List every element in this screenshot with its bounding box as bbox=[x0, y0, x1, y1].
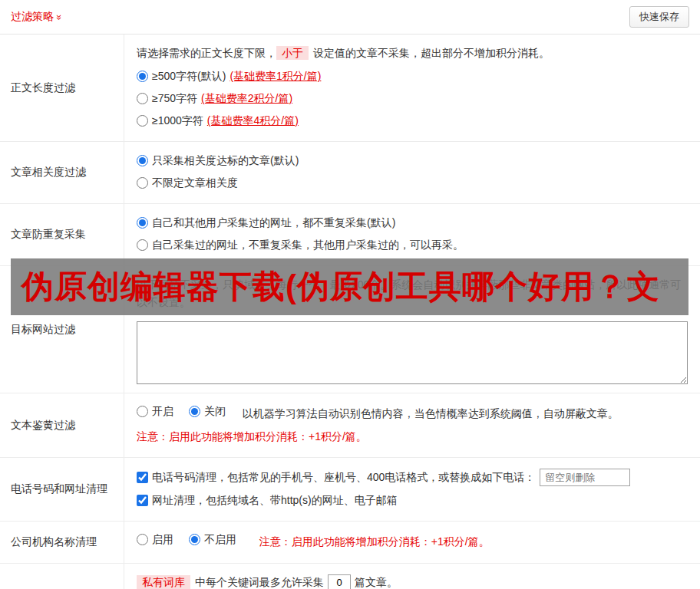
radio-dedupe-self[interactable] bbox=[137, 239, 148, 251]
radio-company-on[interactable] bbox=[137, 534, 148, 545]
radio-porn-on[interactable] bbox=[137, 406, 148, 417]
company-options-line: 启用 不启用 注意：启用此功能将增加积分消耗：+1积分/篇。 bbox=[137, 531, 688, 551]
body-length-option-1000[interactable]: ≥1000字符 (基础费率4积分/篇) bbox=[137, 113, 688, 129]
row-dedupe-collection: 文章防重复采集 自己和其他用户采集过的网址，都不重复采集(默认) 自己采集过的网… bbox=[0, 204, 700, 266]
keyword-limit-post: 篇文章。 bbox=[355, 576, 398, 588]
blocked-sites-textarea[interactable] bbox=[137, 321, 688, 384]
dedupe-label: 文章防重复采集 bbox=[0, 204, 124, 265]
body-length-option-500[interactable]: ≥500字符(默认) (基础费率1积分/篇) bbox=[137, 68, 688, 84]
body-length-intro: 请选择需求的正文长度下限，小于设定值的文章不采集，超出部分不增加积分消耗。 bbox=[137, 44, 688, 62]
company-label: 公司机构名称清理 bbox=[0, 522, 124, 562]
phone-url-content: 电话号码清理，包括常见的手机号、座机号、400电话格式，或替换成如下电话： 网址… bbox=[124, 458, 700, 521]
porn-filter-label: 文本鉴黄过滤 bbox=[0, 393, 124, 457]
option-fee: (基础费率2积分/篇) bbox=[201, 90, 292, 107]
chevron-down-icon: » bbox=[54, 14, 64, 19]
keyword-label: 关键词防重复采集 bbox=[0, 564, 124, 589]
option-fee: (基础费率1积分/篇) bbox=[229, 68, 321, 84]
url-cleanup-option[interactable]: 网址清理，包括纯域名、带http(s)的网址、电子邮箱 bbox=[137, 492, 688, 508]
checkbox-phone-cleanup[interactable] bbox=[137, 472, 148, 483]
body-length-option-750[interactable]: ≥750字符 (基础费率2积分/篇) bbox=[137, 90, 688, 107]
relevance-content: 只采集相关度达标的文章(默认) 不限定文章相关度 bbox=[124, 142, 700, 203]
option-label: 开启 bbox=[152, 403, 173, 420]
radio-dedupe-global[interactable] bbox=[137, 217, 148, 229]
less-than-highlight: 小于 bbox=[276, 46, 309, 60]
option-label: 自己采集过的网址，不重复采集，其他用户采集过的，可以再采。 bbox=[152, 237, 464, 253]
phone-cleanup-option[interactable]: 电话号码清理，包括常见的手机号、座机号、400电话格式，或替换成如下电话： bbox=[137, 469, 688, 486]
option-label: 不启用 bbox=[204, 531, 236, 548]
porn-option-off[interactable]: 关闭 bbox=[189, 403, 226, 420]
option-label: ≥500字符(默认) bbox=[152, 68, 226, 84]
radio-relevance-any[interactable] bbox=[137, 177, 148, 189]
keyword-count-input[interactable] bbox=[328, 574, 351, 589]
option-label: ≥750字符 bbox=[152, 90, 197, 107]
phone-url-label: 电话号码和网址清理 bbox=[0, 458, 124, 521]
option-label: 关闭 bbox=[204, 403, 226, 420]
dedupe-content: 自己和其他用户采集过的网址，都不重复采集(默认) 自己采集过的网址，不重复采集，… bbox=[124, 204, 700, 265]
option-label: 不限定文章相关度 bbox=[152, 175, 238, 191]
radio-500-chars[interactable] bbox=[137, 71, 148, 82]
watermark-text: 伪原创编辑器下载(伪原创工具哪个好用？文 bbox=[21, 265, 660, 308]
radio-1000-chars[interactable] bbox=[137, 115, 148, 127]
row-relevance-filter: 文章相关度过滤 只采集相关度达标的文章(默认) 不限定文章相关度 bbox=[0, 142, 700, 204]
option-label: ≥1000字符 bbox=[152, 113, 203, 129]
row-company-cleanup: 公司机构名称清理 启用 不启用 注意：启用此功能将增加积分消耗：+1积分/篇。 bbox=[0, 522, 700, 563]
radio-porn-off[interactable] bbox=[189, 406, 200, 417]
company-note: 注意：启用此功能将增加积分消耗：+1积分/篇。 bbox=[259, 535, 490, 548]
option-label: 电话号码清理，包括常见的手机号、座机号、400电话格式，或替换成如下电话： bbox=[152, 469, 535, 485]
row-porn-filter: 文本鉴黄过滤 开启 关闭 以机器学习算法自动识别色情内容，当色情概率达到系统阈值… bbox=[0, 393, 700, 458]
relevance-label: 文章相关度过滤 bbox=[0, 142, 124, 203]
page-title: 过滤策略 » bbox=[11, 10, 62, 24]
keyword-limit-line: 私有词库中每个关键词最多允许采集篇文章。 bbox=[137, 574, 688, 589]
porn-filter-content: 开启 关闭 以机器学习算法自动识别色情内容，当色情概率达到系统阈值，自动屏蔽文章… bbox=[124, 393, 700, 457]
porn-filter-note: 注意：启用此功能将增加积分消耗：+1积分/篇。 bbox=[137, 428, 688, 446]
row-keyword-dedupe: 关键词防重复采集 私有词库中每个关键词最多允许采集篇文章。 如果留空或设为0，则… bbox=[0, 564, 700, 589]
option-label: 启用 bbox=[152, 531, 173, 548]
porn-filter-options-line: 开启 关闭 以机器学习算法自动识别色情内容，当色情概率达到系统阈值，自动屏蔽文章… bbox=[137, 403, 688, 423]
page-title-text: 过滤策略 bbox=[11, 10, 54, 24]
option-label: 自己和其他用户采集过的网址，都不重复采集(默认) bbox=[152, 215, 395, 231]
option-fee: (基础费率4积分/篇) bbox=[207, 113, 299, 129]
quick-save-button[interactable]: 快速保存 bbox=[629, 6, 689, 28]
header-bar: 过滤策略 » 快速保存 bbox=[0, 0, 700, 35]
dedupe-option-self[interactable]: 自己采集过的网址，不重复采集，其他用户采集过的，可以再采。 bbox=[137, 237, 688, 253]
radio-company-off[interactable] bbox=[189, 534, 200, 545]
keyword-limit-mid: 中每个关键词最多允许采集 bbox=[195, 576, 324, 588]
company-content: 启用 不启用 注意：启用此功能将增加积分消耗：+1积分/篇。 bbox=[124, 522, 700, 562]
company-option-off[interactable]: 不启用 bbox=[189, 531, 236, 548]
porn-option-on[interactable]: 开启 bbox=[137, 403, 173, 420]
porn-filter-description: 以机器学习算法自动识别色情内容，当色情概率达到系统阈值，自动屏蔽文章。 bbox=[243, 407, 619, 420]
private-thesaurus-highlight: 私有词库 bbox=[137, 575, 190, 589]
option-label: 网址清理，包括纯域名、带http(s)的网址、电子邮箱 bbox=[152, 492, 398, 508]
relevance-option-strict[interactable]: 只采集相关度达标的文章(默认) bbox=[137, 153, 688, 169]
dedupe-option-global[interactable]: 自己和其他用户采集过的网址，都不重复采集(默认) bbox=[137, 215, 688, 231]
body-length-content: 请选择需求的正文长度下限，小于设定值的文章不采集，超出部分不增加积分消耗。 ≥5… bbox=[124, 35, 700, 141]
row-phone-url-cleanup: 电话号码和网址清理 电话号码清理，包括常见的手机号、座机号、400电话格式，或替… bbox=[0, 458, 700, 522]
watermark-overlay-banner: 伪原创编辑器下载(伪原创工具哪个好用？文 bbox=[11, 258, 688, 315]
relevance-option-any[interactable]: 不限定文章相关度 bbox=[137, 175, 688, 191]
option-label: 只采集相关度达标的文章(默认) bbox=[152, 153, 299, 169]
body-length-intro-pre: 请选择需求的正文长度下限， bbox=[137, 47, 276, 59]
radio-relevance-strict[interactable] bbox=[137, 155, 148, 166]
checkbox-url-cleanup[interactable] bbox=[137, 495, 148, 506]
company-option-on[interactable]: 启用 bbox=[137, 531, 173, 548]
body-length-intro-post: 设定值的文章不采集，超出部分不增加积分消耗。 bbox=[313, 47, 550, 59]
replacement-phone-input[interactable] bbox=[540, 469, 630, 486]
body-length-label: 正文长度过滤 bbox=[0, 35, 124, 141]
row-body-length-filter: 正文长度过滤 请选择需求的正文长度下限，小于设定值的文章不采集，超出部分不增加积… bbox=[0, 35, 700, 142]
keyword-content: 私有词库中每个关键词最多允许采集篇文章。 如果留空或设为0，则不限篇数。 如果设… bbox=[124, 564, 700, 589]
radio-750-chars[interactable] bbox=[137, 93, 148, 104]
